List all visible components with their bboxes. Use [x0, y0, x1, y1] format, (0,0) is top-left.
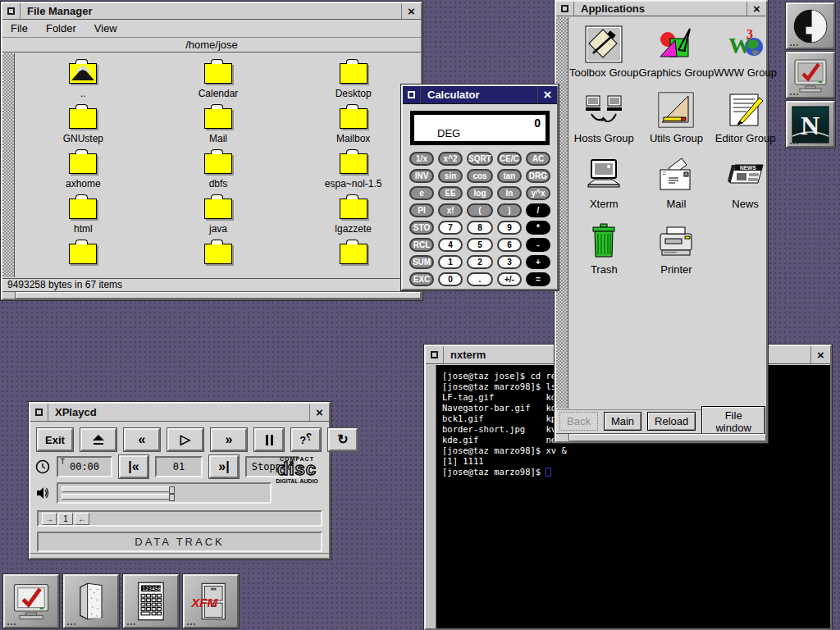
- launcher-console-button[interactable]: [3, 574, 59, 628]
- back-button[interactable]: Back: [559, 412, 598, 431]
- launcher-book-button[interactable]: [63, 574, 119, 628]
- calc-key[interactable]: 6: [497, 238, 522, 252]
- applications-titlebar[interactable]: Applications ×: [556, 2, 766, 16]
- folder-item[interactable]: Calendar: [151, 63, 286, 108]
- calc-key[interactable]: 2: [467, 255, 493, 269]
- folder-item[interactable]: html: [16, 199, 151, 244]
- app-item-printer[interactable]: Printer: [639, 222, 714, 288]
- app-item-editor-group[interactable]: Editor Group: [714, 91, 777, 157]
- calc-key[interactable]: PI: [409, 203, 434, 217]
- window-menu-button[interactable]: [2, 3, 21, 19]
- calc-key[interactable]: ): [497, 203, 522, 217]
- folder-item-clipped[interactable]: [16, 244, 151, 277]
- pause-button[interactable]: [254, 428, 284, 451]
- folder-item[interactable]: Mail: [151, 108, 286, 153]
- calc-key[interactable]: DRG: [526, 169, 550, 183]
- calc-key[interactable]: AC: [526, 152, 550, 166]
- calc-key[interactable]: =: [526, 272, 550, 286]
- close-button[interactable]: ×: [746, 2, 766, 16]
- horizontal-scrollbar[interactable]: [556, 433, 766, 441]
- calc-key[interactable]: y^x: [526, 186, 550, 200]
- calc-key[interactable]: cos: [467, 169, 493, 183]
- app-item-mail[interactable]: Mail: [639, 157, 714, 222]
- calc-key[interactable]: .: [467, 272, 493, 286]
- folder-item[interactable]: dbfs: [151, 153, 286, 199]
- calc-key[interactable]: CE/C: [497, 152, 522, 166]
- program-forward-button[interactable]: →: [42, 513, 57, 525]
- app-item-toolbox-group[interactable]: Toolbox Group: [569, 25, 639, 91]
- program-back-button[interactable]: ←: [75, 513, 89, 525]
- calc-key[interactable]: 1/x: [409, 152, 434, 166]
- previous-track-button[interactable]: |«: [119, 455, 148, 478]
- calc-key[interactable]: SQRT: [467, 152, 493, 166]
- shuffle-button[interactable]: ??: [291, 428, 321, 451]
- menu-file[interactable]: File: [11, 22, 28, 34]
- terminal-scrollbar[interactable]: [426, 365, 436, 628]
- calc-key[interactable]: x!: [438, 203, 463, 217]
- close-button[interactable]: ×: [401, 3, 421, 19]
- calc-key[interactable]: log: [467, 186, 493, 200]
- calc-key[interactable]: 4: [438, 238, 463, 252]
- close-button[interactable]: ×: [810, 346, 830, 363]
- close-button[interactable]: ×: [537, 86, 557, 103]
- horizontal-scrollbar[interactable]: [2, 291, 421, 299]
- calc-key[interactable]: -: [526, 238, 550, 252]
- calc-key[interactable]: 5: [467, 238, 493, 252]
- main-button[interactable]: Main: [604, 412, 641, 431]
- folder-item-clipped[interactable]: [151, 244, 286, 277]
- calc-key[interactable]: sin: [438, 169, 463, 183]
- repeat-button[interactable]: ↻: [328, 428, 358, 451]
- calc-key[interactable]: 7: [438, 221, 463, 235]
- calc-key[interactable]: +: [526, 255, 550, 269]
- calc-key[interactable]: 3: [497, 255, 522, 269]
- xplaycd-titlebar[interactable]: XPlaycd ×: [30, 404, 329, 422]
- calc-key[interactable]: 0: [438, 272, 463, 286]
- volume-slider[interactable]: [57, 482, 272, 504]
- folder-item-up[interactable]: ..: [16, 63, 151, 108]
- calc-key[interactable]: 1: [438, 255, 463, 269]
- close-button[interactable]: ×: [309, 404, 329, 421]
- calculator-titlebar[interactable]: Calculator ×: [403, 86, 557, 104]
- calc-key[interactable]: RCL: [409, 238, 434, 252]
- app-item-hosts-group[interactable]: Hosts Group: [569, 91, 639, 157]
- scrollbar-thumb[interactable]: [569, 434, 766, 441]
- calc-key[interactable]: ln: [497, 186, 522, 200]
- calc-key[interactable]: x^2: [438, 152, 463, 166]
- window-menu-button[interactable]: [403, 86, 421, 103]
- folder-item[interactable]: GNUstep: [16, 108, 151, 153]
- calc-key[interactable]: STO: [409, 221, 434, 235]
- calc-key[interactable]: +/-: [497, 272, 522, 286]
- play-button[interactable]: ▷: [167, 428, 203, 451]
- app-item-trash[interactable]: Trash: [569, 222, 639, 288]
- vertical-scrollbar[interactable]: [2, 53, 15, 277]
- launcher-xfm-button[interactable]: XFM: [183, 574, 239, 628]
- reload-button[interactable]: Reload: [647, 412, 696, 431]
- window-menu-button[interactable]: [426, 346, 444, 363]
- app-item-www-group[interactable]: W 3 WWW Group: [714, 25, 777, 91]
- exit-button[interactable]: Exit: [37, 428, 73, 451]
- calc-key[interactable]: 9: [497, 221, 522, 235]
- scrollbar-thumb[interactable]: [16, 292, 421, 299]
- dock-netscape-button[interactable]: N: [786, 101, 835, 148]
- app-item-graphics-group[interactable]: Graphics Group: [639, 25, 714, 91]
- window-menu-button[interactable]: [556, 2, 574, 16]
- window-menu-button[interactable]: [30, 404, 48, 421]
- folder-item[interactable]: axhome: [16, 153, 151, 199]
- calc-key[interactable]: e: [409, 186, 434, 200]
- calc-key[interactable]: INV: [409, 169, 434, 183]
- launcher-calculator-button[interactable]: 123456: [123, 574, 179, 628]
- calc-key[interactable]: tan: [497, 169, 522, 183]
- file-manager-titlebar[interactable]: File Manager ×: [2, 3, 421, 20]
- calc-key[interactable]: /: [526, 203, 550, 217]
- fast-forward-button[interactable]: »: [211, 428, 247, 451]
- calc-key[interactable]: *: [526, 221, 550, 235]
- app-item-news[interactable]: NEWS News: [714, 157, 777, 222]
- calc-key[interactable]: (: [467, 203, 493, 217]
- dock-afterstep-button[interactable]: [786, 2, 835, 49]
- program-track-button[interactable]: 1: [58, 513, 73, 525]
- menu-view[interactable]: View: [94, 22, 117, 34]
- next-track-button[interactable]: »|: [209, 455, 239, 478]
- rewind-button[interactable]: «: [124, 428, 160, 451]
- dock-console-button[interactable]: [786, 52, 835, 98]
- calc-key[interactable]: EE: [438, 186, 463, 200]
